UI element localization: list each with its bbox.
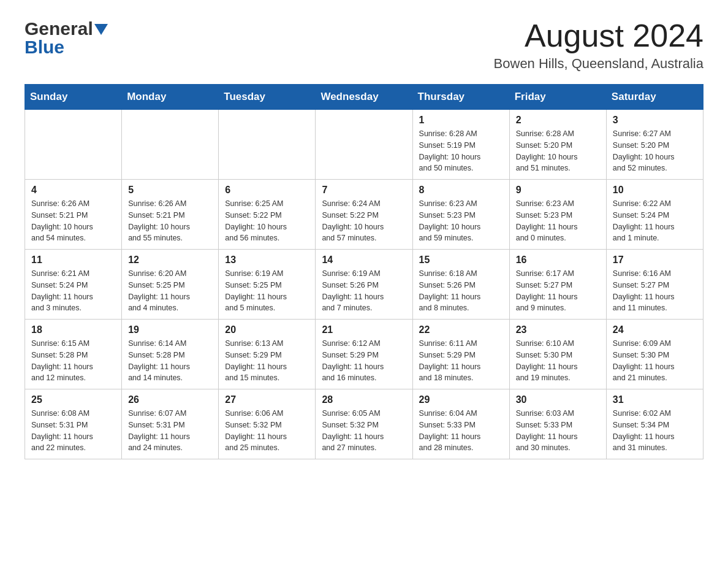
day-info: Sunrise: 6:02 AMSunset: 5:34 PMDaylight:…: [613, 408, 697, 454]
day-info: Sunrise: 6:13 AMSunset: 5:29 PMDaylight:…: [225, 338, 309, 384]
calendar-empty-cell: [25, 110, 122, 180]
calendar-day-17: 17Sunrise: 6:16 AMSunset: 5:27 PMDayligh…: [606, 250, 703, 320]
weekday-header-row: SundayMondayTuesdayWednesdayThursdayFrid…: [25, 85, 703, 110]
day-number: 17: [613, 255, 697, 266]
calendar-day-24: 24Sunrise: 6:09 AMSunset: 5:30 PMDayligh…: [606, 320, 703, 389]
day-info: Sunrise: 6:17 AMSunset: 5:27 PMDaylight:…: [516, 268, 600, 314]
day-info: Sunrise: 6:21 AMSunset: 5:24 PMDaylight:…: [31, 268, 115, 314]
day-info: Sunrise: 6:08 AMSunset: 5:31 PMDaylight:…: [31, 408, 115, 454]
page-header: General Blue August 2024 Bowen Hills, Qu…: [25, 18, 703, 72]
calendar-day-29: 29Sunrise: 6:04 AMSunset: 5:33 PMDayligh…: [412, 389, 509, 459]
day-info: Sunrise: 6:03 AMSunset: 5:33 PMDaylight:…: [516, 408, 600, 454]
calendar-day-6: 6Sunrise: 6:25 AMSunset: 5:22 PMDaylight…: [219, 180, 316, 250]
calendar-week-row: 11Sunrise: 6:21 AMSunset: 5:24 PMDayligh…: [25, 250, 703, 320]
calendar-day-10: 10Sunrise: 6:22 AMSunset: 5:24 PMDayligh…: [606, 180, 703, 250]
calendar-day-21: 21Sunrise: 6:12 AMSunset: 5:29 PMDayligh…: [316, 320, 412, 389]
logo-triangle-icon: [94, 24, 108, 35]
day-number: 23: [516, 324, 600, 335]
day-number: 20: [225, 324, 309, 335]
logo-general-text: General: [25, 18, 93, 39]
calendar-day-1: 1Sunrise: 6:28 AMSunset: 5:19 PMDaylight…: [412, 110, 509, 180]
calendar-day-3: 3Sunrise: 6:27 AMSunset: 5:20 PMDaylight…: [606, 110, 703, 180]
logo: General Blue: [25, 18, 109, 58]
month-title: August 2024: [494, 18, 703, 53]
day-number: 10: [613, 185, 697, 196]
calendar-day-13: 13Sunrise: 6:19 AMSunset: 5:25 PMDayligh…: [219, 250, 316, 320]
day-info: Sunrise: 6:22 AMSunset: 5:24 PMDaylight:…: [613, 198, 697, 244]
day-info: Sunrise: 6:11 AMSunset: 5:29 PMDaylight:…: [419, 338, 503, 384]
calendar-day-16: 16Sunrise: 6:17 AMSunset: 5:27 PMDayligh…: [509, 250, 606, 320]
day-number: 15: [419, 255, 503, 266]
day-number: 5: [128, 185, 212, 196]
calendar-day-8: 8Sunrise: 6:23 AMSunset: 5:23 PMDaylight…: [412, 180, 509, 250]
day-info: Sunrise: 6:28 AMSunset: 5:20 PMDaylight:…: [516, 128, 600, 174]
calendar-day-2: 2Sunrise: 6:28 AMSunset: 5:20 PMDaylight…: [509, 110, 606, 180]
calendar-day-18: 18Sunrise: 6:15 AMSunset: 5:28 PMDayligh…: [25, 320, 122, 389]
day-info: Sunrise: 6:28 AMSunset: 5:19 PMDaylight:…: [419, 128, 503, 174]
day-info: Sunrise: 6:16 AMSunset: 5:27 PMDaylight:…: [613, 268, 697, 314]
calendar-week-row: 18Sunrise: 6:15 AMSunset: 5:28 PMDayligh…: [25, 320, 703, 389]
weekday-header-monday: Monday: [122, 85, 219, 110]
calendar-day-9: 9Sunrise: 6:23 AMSunset: 5:23 PMDaylight…: [509, 180, 606, 250]
location-title: Bowen Hills, Queensland, Australia: [494, 56, 703, 72]
calendar-day-12: 12Sunrise: 6:20 AMSunset: 5:25 PMDayligh…: [122, 250, 219, 320]
logo-blue-text: Blue: [25, 37, 64, 57]
day-info: Sunrise: 6:12 AMSunset: 5:29 PMDaylight:…: [322, 338, 406, 384]
weekday-header-thursday: Thursday: [412, 85, 509, 110]
weekday-header-saturday: Saturday: [606, 85, 703, 110]
calendar-week-row: 1Sunrise: 6:28 AMSunset: 5:19 PMDaylight…: [25, 110, 703, 180]
day-number: 25: [31, 394, 115, 405]
calendar-day-11: 11Sunrise: 6:21 AMSunset: 5:24 PMDayligh…: [25, 250, 122, 320]
day-info: Sunrise: 6:04 AMSunset: 5:33 PMDaylight:…: [419, 408, 503, 454]
weekday-header-wednesday: Wednesday: [316, 85, 412, 110]
calendar-day-23: 23Sunrise: 6:10 AMSunset: 5:30 PMDayligh…: [509, 320, 606, 389]
day-number: 19: [128, 324, 212, 335]
day-info: Sunrise: 6:23 AMSunset: 5:23 PMDaylight:…: [419, 198, 503, 244]
calendar-day-26: 26Sunrise: 6:07 AMSunset: 5:31 PMDayligh…: [122, 389, 219, 459]
day-number: 21: [322, 324, 406, 335]
day-number: 13: [225, 255, 309, 266]
calendar-empty-cell: [219, 110, 316, 180]
calendar-day-30: 30Sunrise: 6:03 AMSunset: 5:33 PMDayligh…: [509, 389, 606, 459]
calendar-day-22: 22Sunrise: 6:11 AMSunset: 5:29 PMDayligh…: [412, 320, 509, 389]
day-info: Sunrise: 6:05 AMSunset: 5:32 PMDaylight:…: [322, 408, 406, 454]
calendar-day-7: 7Sunrise: 6:24 AMSunset: 5:22 PMDaylight…: [316, 180, 412, 250]
day-number: 2: [516, 115, 600, 126]
day-number: 3: [613, 115, 697, 126]
calendar-day-15: 15Sunrise: 6:18 AMSunset: 5:26 PMDayligh…: [412, 250, 509, 320]
day-number: 18: [31, 324, 115, 335]
day-info: Sunrise: 6:25 AMSunset: 5:22 PMDaylight:…: [225, 198, 309, 244]
calendar-day-27: 27Sunrise: 6:06 AMSunset: 5:32 PMDayligh…: [219, 389, 316, 459]
day-info: Sunrise: 6:24 AMSunset: 5:22 PMDaylight:…: [322, 198, 406, 244]
day-number: 1: [419, 115, 503, 126]
day-info: Sunrise: 6:18 AMSunset: 5:26 PMDaylight:…: [419, 268, 503, 314]
day-number: 24: [613, 324, 697, 335]
day-info: Sunrise: 6:10 AMSunset: 5:30 PMDaylight:…: [516, 338, 600, 384]
day-number: 31: [613, 394, 697, 405]
day-number: 12: [128, 255, 212, 266]
day-info: Sunrise: 6:27 AMSunset: 5:20 PMDaylight:…: [613, 128, 697, 174]
day-number: 8: [419, 185, 503, 196]
day-number: 26: [128, 394, 212, 405]
day-number: 30: [516, 394, 600, 405]
day-info: Sunrise: 6:26 AMSunset: 5:21 PMDaylight:…: [31, 198, 115, 244]
day-info: Sunrise: 6:14 AMSunset: 5:28 PMDaylight:…: [128, 338, 212, 384]
day-info: Sunrise: 6:07 AMSunset: 5:31 PMDaylight:…: [128, 408, 212, 454]
calendar-day-5: 5Sunrise: 6:26 AMSunset: 5:21 PMDaylight…: [122, 180, 219, 250]
calendar-week-row: 25Sunrise: 6:08 AMSunset: 5:31 PMDayligh…: [25, 389, 703, 459]
day-number: 7: [322, 185, 406, 196]
day-number: 16: [516, 255, 600, 266]
calendar-empty-cell: [122, 110, 219, 180]
title-section: August 2024 Bowen Hills, Queensland, Aus…: [494, 18, 703, 72]
day-info: Sunrise: 6:06 AMSunset: 5:32 PMDaylight:…: [225, 408, 309, 454]
day-number: 22: [419, 324, 503, 335]
calendar-day-31: 31Sunrise: 6:02 AMSunset: 5:34 PMDayligh…: [606, 389, 703, 459]
day-number: 29: [419, 394, 503, 405]
day-number: 28: [322, 394, 406, 405]
calendar-day-25: 25Sunrise: 6:08 AMSunset: 5:31 PMDayligh…: [25, 389, 122, 459]
day-info: Sunrise: 6:19 AMSunset: 5:26 PMDaylight:…: [322, 268, 406, 314]
calendar-day-4: 4Sunrise: 6:26 AMSunset: 5:21 PMDaylight…: [25, 180, 122, 250]
day-number: 6: [225, 185, 309, 196]
day-info: Sunrise: 6:20 AMSunset: 5:25 PMDaylight:…: [128, 268, 212, 314]
svg-marker-0: [94, 24, 108, 35]
